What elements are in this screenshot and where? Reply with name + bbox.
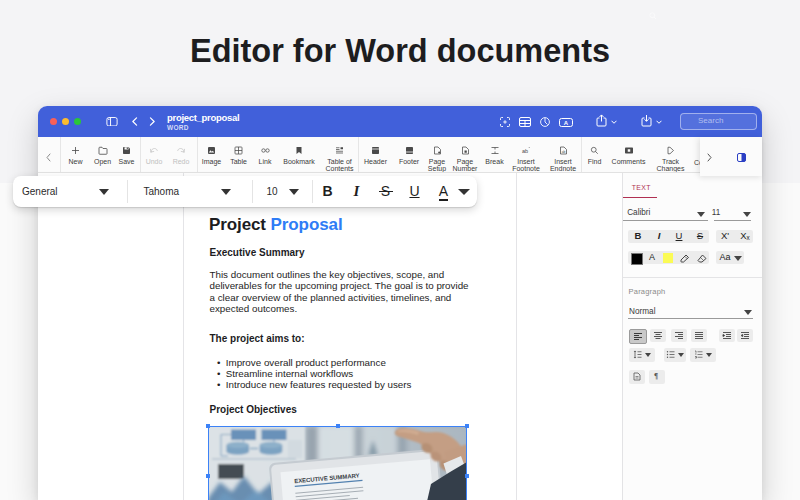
svg-text:¶: ¶ [654,372,658,381]
svg-text:A: A [564,119,569,125]
svg-text:ab: ab [522,148,528,154]
svg-text:ab: ab [561,150,565,154]
